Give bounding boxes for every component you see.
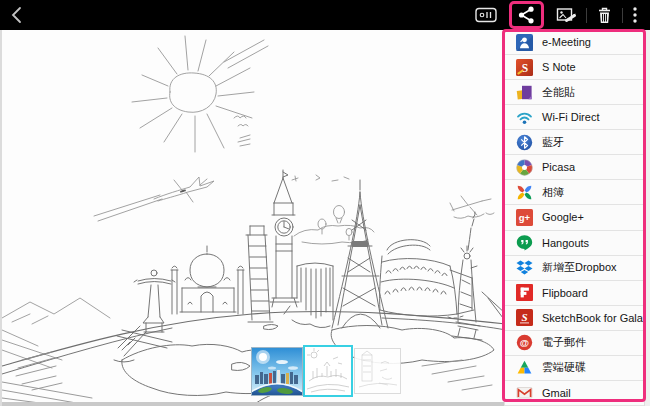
drawing-canvas[interactable] (0, 30, 504, 406)
thumbnail-color-version[interactable] (251, 347, 303, 396)
share-item-label: 電子郵件 (542, 335, 586, 350)
pen-badge-icon (475, 7, 497, 23)
share-item-flipboard[interactable]: Flipboard (505, 281, 650, 306)
google-plus-icon: g+ (516, 209, 533, 226)
e-meeting-icon (516, 34, 533, 51)
app-screen: e-Meeting S S Note 全能貼 (0, 0, 650, 406)
share-item-label: S Note (542, 61, 576, 73)
email-icon: @ (516, 334, 533, 351)
share-item-label: Google+ (542, 211, 584, 223)
picasa-icon (516, 159, 533, 176)
svg-text:S: S (521, 311, 527, 323)
back-button[interactable] (0, 0, 34, 30)
share-item-label: 相簿 (542, 185, 564, 200)
dropbox-icon (516, 259, 533, 276)
share-item-label: SketchBook for Galaxy (542, 312, 650, 324)
more-button[interactable] (632, 6, 638, 24)
share-highlight-box (509, 1, 544, 29)
share-item-label: 全能貼 (542, 85, 575, 100)
svg-text:S: S (522, 61, 528, 73)
pen-mode-button[interactable] (475, 7, 497, 23)
share-item-sketchbook[interactable]: S SketchBook for Galaxy (505, 306, 650, 331)
share-item-drive[interactable]: 雲端硬碟 (505, 356, 650, 381)
share-button[interactable] (518, 6, 535, 24)
share-item-e-meeting[interactable]: e-Meeting (505, 30, 650, 55)
edit-button[interactable] (556, 6, 577, 24)
back-chevron-icon (9, 6, 25, 24)
share-item-label: e-Meeting (542, 36, 591, 48)
google-drive-icon (516, 359, 533, 376)
share-icon (518, 6, 535, 24)
flipboard-icon (516, 284, 533, 301)
sketchbook-icon: S (516, 309, 533, 326)
edit-image-icon (556, 6, 577, 24)
toolbar-divider (586, 8, 587, 23)
bluetooth-icon (516, 134, 533, 151)
share-item-label: 新增至Dropbox (542, 260, 617, 275)
share-item-scrapbook[interactable]: 全能貼 (505, 80, 650, 105)
share-item-bluetooth[interactable]: 藍牙 (505, 130, 650, 155)
share-menu: e-Meeting S S Note 全能貼 (504, 30, 650, 406)
share-item-label: Picasa (542, 161, 575, 173)
trash-icon (596, 6, 613, 25)
wifi-direct-icon (516, 109, 533, 126)
share-item-email[interactable]: @ 電子郵件 (505, 331, 650, 356)
s-note-icon: S (516, 59, 533, 76)
sticky-notes-icon (516, 84, 533, 101)
share-item-google-plus[interactable]: g+ Google+ (505, 205, 650, 230)
thumbnail-sketch-alt[interactable] (354, 348, 401, 394)
delete-button[interactable] (596, 6, 613, 25)
canvas-bottom-edge (2, 402, 506, 406)
share-item-photos[interactable]: 相簿 (505, 180, 650, 205)
scrollbar[interactable] (644, 30, 650, 406)
gmail-icon (516, 384, 533, 401)
share-item-label: Gmail (542, 387, 571, 399)
toolbar-divider (622, 8, 623, 23)
thumbnail-sketch-selected[interactable] (303, 345, 353, 397)
share-item-wifi-direct[interactable]: Wi-Fi Direct (505, 105, 650, 130)
share-item-picasa[interactable]: Picasa (505, 155, 650, 180)
svg-text:g+: g+ (519, 212, 531, 223)
share-item-label: Hangouts (542, 237, 589, 249)
share-item-label: 藍牙 (542, 135, 564, 150)
share-item-label: Wi-Fi Direct (542, 111, 599, 123)
svg-text:@: @ (520, 337, 529, 348)
share-item-label: 雲端硬碟 (542, 360, 586, 375)
top-action-bar (0, 0, 650, 30)
share-item-label: Flipboard (542, 287, 588, 299)
share-item-s-note[interactable]: S S Note (505, 55, 650, 80)
hangouts-icon (516, 234, 533, 251)
photos-pinwheel-icon (516, 184, 533, 201)
overflow-menu-icon (632, 6, 638, 24)
share-item-dropbox[interactable]: 新增至Dropbox (505, 256, 650, 281)
share-item-gmail[interactable]: Gmail (505, 381, 650, 406)
share-item-hangouts[interactable]: Hangouts (505, 231, 650, 256)
